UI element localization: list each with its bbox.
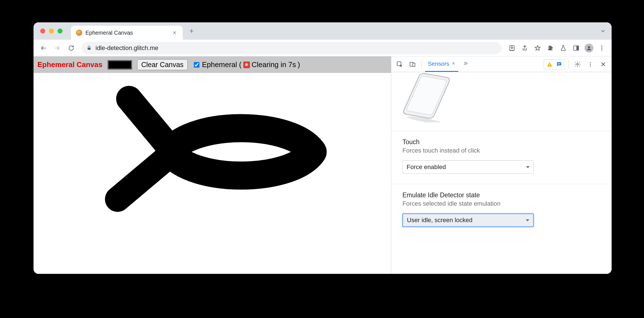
avatar-icon <box>585 44 593 53</box>
install-app-button[interactable] <box>506 42 518 54</box>
double-chevron-right-icon <box>463 61 468 66</box>
devtools-tab-label: Sensors <box>428 60 449 67</box>
ephemeral-countdown: Clearing in 7s <box>252 60 296 69</box>
phone-3d-icon <box>400 72 461 122</box>
warning-icon <box>547 61 553 67</box>
content-area: Ephemeral Canvas Clear Canvas Ephemeral … <box>34 56 612 274</box>
device-toggle-button[interactable] <box>407 59 418 70</box>
close-icon <box>172 30 177 35</box>
favicon-icon <box>76 30 82 36</box>
arrow-left-icon <box>40 45 47 51</box>
minimize-window-button[interactable] <box>49 29 54 34</box>
inspect-element-button[interactable] <box>394 59 405 70</box>
svg-rect-13 <box>558 63 560 64</box>
devtools-settings-button[interactable] <box>572 59 583 70</box>
clear-canvas-button[interactable]: Clear Canvas <box>137 59 188 70</box>
idle-section: Emulate Idle Detector state Forces selec… <box>391 184 612 237</box>
ephemeral-checkbox[interactable] <box>194 62 199 68</box>
chat-icon <box>556 61 562 67</box>
flask-icon <box>560 45 567 51</box>
idle-select-value: User idle, screen locked <box>407 217 473 224</box>
reload-button[interactable] <box>65 42 77 54</box>
svg-point-15 <box>577 63 578 65</box>
labs-button[interactable] <box>557 42 569 54</box>
ephemeral-label-prefix: Ephemeral ( <box>202 60 242 69</box>
svg-rect-11 <box>549 63 550 65</box>
idle-sublabel: Forces selected idle state emulation <box>402 200 600 207</box>
profile-button[interactable] <box>583 42 595 54</box>
panel-icon <box>573 45 579 51</box>
forward-button[interactable] <box>51 42 63 54</box>
puzzle-icon <box>547 45 554 51</box>
browser-toolbar: idle-detection.glitch.me <box>34 40 612 56</box>
ephemeral-label-suffix: ) <box>298 60 300 69</box>
warning-badge[interactable] <box>546 60 554 68</box>
bookmark-button[interactable] <box>532 42 543 54</box>
svg-point-6 <box>601 48 602 49</box>
browser-tab[interactable]: Ephemeral Canvas <box>71 26 183 40</box>
window-controls <box>37 22 71 40</box>
plus-icon <box>189 28 194 34</box>
color-picker[interactable] <box>108 60 132 70</box>
devtools-tabbar: Sensors <box>391 56 612 72</box>
separator <box>421 60 422 69</box>
app-header: Ephemeral Canvas Clear Canvas Ephemeral … <box>34 56 391 73</box>
idle-select[interactable]: User idle, screen locked <box>402 213 534 227</box>
issues-badges[interactable] <box>544 59 565 69</box>
close-tab-icon[interactable] <box>452 61 455 67</box>
devices-icon <box>409 61 416 68</box>
url-text: idle-detection.glitch.me <box>96 44 497 52</box>
fullscreen-window-button[interactable] <box>58 29 63 34</box>
svg-point-18 <box>590 65 591 67</box>
devtools-close-button[interactable] <box>598 59 609 70</box>
devtools-panel: Sensors <box>391 56 612 274</box>
svg-point-4 <box>588 46 590 48</box>
ephemeral-toggle[interactable]: Ephemeral ( ❋ Clearing in 7s ) <box>193 60 300 69</box>
separator <box>568 60 569 69</box>
feedback-badge[interactable] <box>555 60 563 68</box>
extensions-button[interactable] <box>545 42 556 54</box>
svg-point-16 <box>590 62 591 63</box>
chevron-down-icon <box>526 166 529 168</box>
siren-icon: ❋ <box>243 61 250 68</box>
devtools-menu-button[interactable] <box>585 59 596 70</box>
devtools-tab-sensors[interactable]: Sensors <box>425 56 458 72</box>
svg-rect-10 <box>413 63 415 67</box>
chrome-menu-button[interactable] <box>596 42 608 54</box>
address-bar[interactable]: idle-detection.glitch.me <box>82 42 502 54</box>
gear-icon <box>574 61 581 68</box>
vertical-dots-icon <box>598 45 605 51</box>
share-icon <box>521 45 528 51</box>
touch-sublabel: Forces touch instead of click <box>402 147 600 154</box>
devtools-body: Touch Forces touch instead of click Forc… <box>391 72 612 274</box>
more-tabs-button[interactable] <box>460 61 471 68</box>
touch-select-value: Force enabled <box>407 163 446 171</box>
close-icon <box>600 61 606 67</box>
install-icon <box>509 45 515 51</box>
share-button[interactable] <box>519 42 531 54</box>
svg-point-5 <box>601 46 602 47</box>
lock-icon <box>87 46 92 51</box>
svg-rect-0 <box>88 48 91 50</box>
arrow-right-icon <box>54 45 61 51</box>
back-button[interactable] <box>37 42 49 54</box>
close-tab-button[interactable] <box>171 30 178 36</box>
svg-point-7 <box>601 49 602 51</box>
svg-rect-12 <box>549 65 550 66</box>
orientation-preview <box>391 72 612 131</box>
side-panel-button[interactable] <box>570 42 582 54</box>
touch-select[interactable]: Force enabled <box>402 160 534 174</box>
touch-label: Touch <box>402 138 600 146</box>
svg-point-17 <box>590 64 591 65</box>
vertical-dots-icon <box>587 61 593 67</box>
new-tab-button[interactable] <box>186 25 197 37</box>
touch-section: Touch Forces touch instead of click Forc… <box>391 131 612 184</box>
tabs-dropdown-button[interactable] <box>600 22 606 40</box>
idle-label: Emulate Idle Detector state <box>402 191 600 199</box>
chevron-down-icon <box>526 219 529 221</box>
app-title: Ephemeral Canvas <box>37 60 102 69</box>
browser-window: Ephemeral Canvas idle-detection.glitch.m… <box>34 22 612 274</box>
drawing-canvas[interactable] <box>34 73 391 274</box>
close-window-button[interactable] <box>40 29 45 34</box>
app-pane: Ephemeral Canvas Clear Canvas Ephemeral … <box>34 56 391 274</box>
